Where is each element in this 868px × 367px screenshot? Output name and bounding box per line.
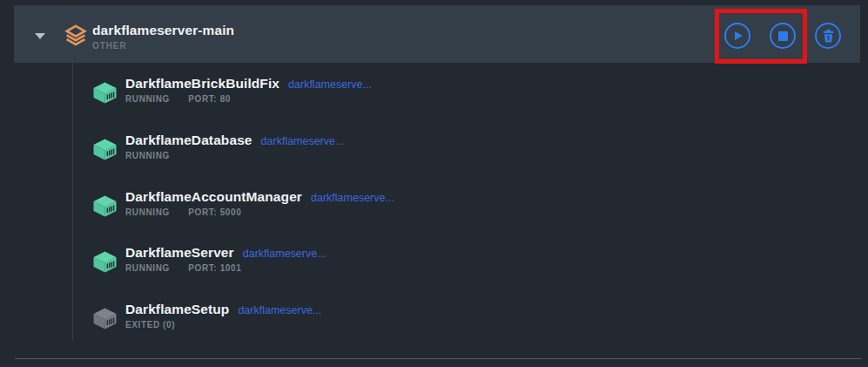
start-stack-button[interactable] — [724, 23, 750, 49]
container-info: DarkflameAccountManager darkflameserve..… — [125, 189, 394, 217]
chevron-down-icon[interactable] — [35, 33, 45, 39]
container-info: DarkflameServer darkflameserve... RUNNIN… — [125, 245, 326, 273]
container-name: DarkflameAccountManager — [125, 189, 302, 204]
container-image-link[interactable]: darkflameserve... — [311, 192, 394, 204]
container-status-line: RUNNING PORT: 1001 — [125, 263, 326, 273]
container-status-line: RUNNING PORT: 5000 — [125, 207, 394, 217]
container-image-link[interactable]: darkflameserve... — [238, 304, 321, 316]
container-cube-icon — [93, 195, 117, 217]
container-name: DarkflameDatabase — [125, 133, 252, 147]
stack-header: darkflameserver-main OTHER — [14, 5, 860, 63]
container-name: DarkflameServer — [125, 245, 234, 260]
container-port: PORT: 1001 — [188, 263, 241, 273]
container-row: DarkflameSetup darkflameserve... EXITED … — [93, 302, 394, 358]
container-image-link[interactable]: darkflameserve... — [243, 248, 326, 260]
container-info: DarkflameSetup darkflameserve... EXITED … — [125, 302, 321, 330]
stack-title: darkflameserver-main — [92, 23, 234, 37]
stack-view: darkflameserver-main OTHER — [0, 0, 868, 367]
container-cube-icon — [93, 308, 117, 330]
container-row: DarkflameAccountManager darkflameserve..… — [93, 189, 394, 246]
container-status-line: RUNNING PORT: 80 — [125, 94, 372, 104]
delete-stack-button[interactable] — [815, 23, 841, 49]
container-name: DarkflameBrickBuildFix — [125, 76, 279, 91]
stop-stack-button[interactable] — [770, 23, 796, 49]
container-status: RUNNING — [125, 207, 170, 217]
container-status: RUNNING — [125, 94, 170, 104]
container-status-line: RUNNING — [125, 151, 344, 160]
container-cube-icon — [93, 82, 117, 104]
tree-connector-line — [72, 63, 73, 340]
container-status-line: EXITED (0) — [125, 320, 321, 330]
layers-stack-icon — [64, 24, 87, 47]
container-name: DarkflameSetup — [125, 302, 229, 316]
container-info: DarkflameDatabase darkflameserve... RUNN… — [125, 133, 344, 160]
container-image-link[interactable]: darkflameserve... — [261, 135, 345, 147]
stop-icon — [778, 31, 788, 41]
container-port: PORT: 5000 — [188, 207, 241, 217]
container-status: RUNNING — [125, 151, 170, 160]
stack-category-label: OTHER — [92, 40, 234, 51]
container-image-link[interactable]: darkflameserve... — [288, 78, 372, 91]
container-list: DarkflameBrickBuildFix darkflameserve...… — [93, 76, 394, 358]
container-status: RUNNING — [125, 263, 170, 273]
stack-title-block: darkflameserver-main OTHER — [92, 23, 234, 51]
bottom-divider — [15, 358, 862, 359]
container-port: PORT: 80 — [188, 94, 231, 104]
container-row: DarkflameServer darkflameserve... RUNNIN… — [93, 245, 394, 302]
container-status: EXITED (0) — [125, 320, 175, 330]
play-icon — [735, 31, 743, 40]
container-info: DarkflameBrickBuildFix darkflameserve...… — [125, 76, 372, 104]
container-cube-icon — [93, 139, 117, 160]
trash-icon — [822, 29, 835, 43]
container-row: DarkflameBrickBuildFix darkflameserve...… — [93, 76, 394, 133]
container-row: DarkflameDatabase darkflameserve... RUNN… — [93, 133, 394, 189]
container-cube-icon — [93, 251, 117, 273]
